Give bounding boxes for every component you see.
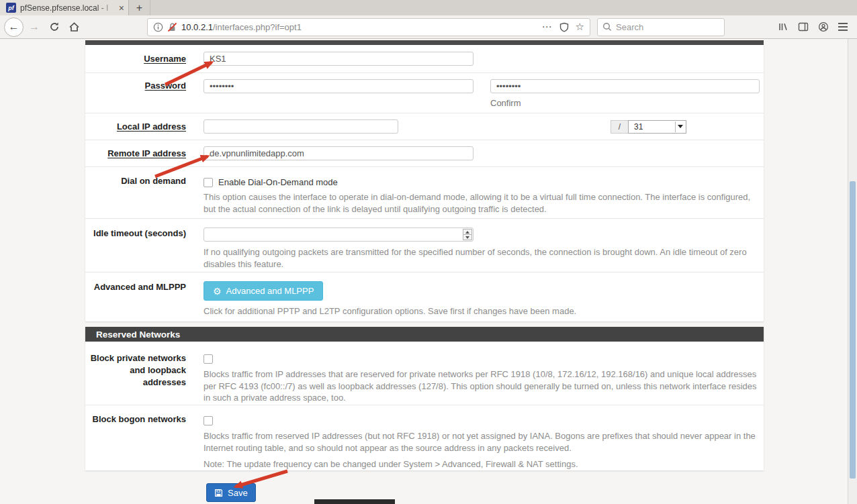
- search-bar[interactable]: [597, 18, 725, 36]
- block-bogon-label: Block bogon networks: [85, 405, 186, 470]
- browser-tab[interactable]: pf pfSense.pfsense.local - I ×: [0, 0, 129, 15]
- shield-icon[interactable]: [559, 22, 569, 32]
- dial-on-demand-label: Dial on demand: [85, 167, 186, 218]
- reserved-networks-panel: Block private networks and loopback addr…: [85, 342, 764, 470]
- form-row-local-ip: Local IP address / 31: [85, 113, 764, 140]
- url-path: /interfaces.php?if=opt1: [213, 22, 302, 32]
- advanced-mlppp-button[interactable]: ⚙ Advanced and MLPPP: [204, 281, 323, 301]
- previous-section-header-sliver: [85, 40, 764, 45]
- url-bar[interactable]: 10.0.2.1/interfaces.php?if=opt1 ⋯ ☆: [147, 18, 590, 36]
- url-host: 10.0.2.1: [181, 22, 213, 32]
- remote-ip-input[interactable]: [204, 146, 473, 160]
- reserved-networks-header: Reserved Networks: [85, 327, 764, 342]
- local-ip-label: Local IP address: [85, 121, 186, 132]
- dial-on-demand-checkbox-label: Enable Dial-On-Demand mode: [218, 177, 338, 187]
- block-bogon-help: Blocks traffic from reserved IP addresse…: [204, 430, 760, 454]
- page-info-icon[interactable]: [153, 22, 163, 32]
- idle-timeout-help: If no qualifying outgoing packets are tr…: [204, 246, 760, 270]
- spinner-down-icon[interactable]: [463, 235, 472, 240]
- form-row-advanced-mlppp: Advanced and MLPPP ⚙ Advanced and MLPPP …: [85, 272, 764, 321]
- subnet-separator: /: [611, 120, 628, 134]
- form-row-idle-timeout: Idle timeout (seconds) If no qualifying …: [85, 219, 764, 272]
- menu-icon[interactable]: [838, 23, 848, 31]
- form-row-block-bogon: Block bogon networks Blocks traffic from…: [85, 405, 764, 470]
- save-button[interactable]: Save: [206, 483, 256, 502]
- confirm-caption: Confirm: [490, 98, 760, 108]
- subnet-group: / 31: [611, 120, 686, 134]
- page-actions-icon[interactable]: ⋯: [542, 23, 553, 30]
- account-icon[interactable]: [818, 21, 829, 32]
- reload-icon: [49, 21, 60, 32]
- remote-ip-label: Remote IP address: [85, 148, 186, 158]
- ppp-settings-panel: Username Password Confirm: [85, 45, 764, 321]
- idle-timeout-label: Idle timeout (seconds): [85, 219, 186, 272]
- form-row-password: Password Confirm: [85, 73, 764, 113]
- dial-on-demand-help: This option causes the interface to oper…: [204, 191, 760, 215]
- username-input[interactable]: [204, 52, 473, 66]
- advanced-mlppp-label: Advanced and MLPPP: [85, 272, 186, 321]
- confirm-password-group: Confirm: [490, 79, 760, 108]
- reload-button[interactable]: [46, 19, 62, 35]
- bookmark-star-icon[interactable]: ☆: [576, 21, 584, 33]
- advanced-mlppp-button-label: Advanced and MLPPP: [226, 286, 314, 296]
- dial-on-demand-checkbox[interactable]: [204, 178, 213, 187]
- back-button[interactable]: ←: [4, 17, 24, 37]
- save-button-label: Save: [228, 488, 248, 498]
- form-row-username: Username: [85, 45, 764, 73]
- scrollbar-thumb[interactable]: [850, 181, 856, 478]
- form-row-remote-ip: Remote IP address: [85, 140, 764, 167]
- local-ip-input[interactable]: [204, 119, 398, 134]
- url-text: 10.0.2.1/interfaces.php?if=opt1: [181, 22, 542, 32]
- next-section-header-sliver: [314, 499, 395, 504]
- subnet-selected-value: 31: [634, 122, 643, 132]
- form-row-dial-on-demand: Dial on demand Enable Dial-On-Demand mod…: [85, 167, 764, 219]
- block-private-help: Blocks traffic from IP addresses that ar…: [204, 368, 760, 404]
- home-icon: [69, 21, 80, 32]
- block-private-checkbox[interactable]: [204, 354, 213, 364]
- save-floppy-icon: [214, 489, 223, 497]
- page-content: Username Password Confirm: [0, 39, 857, 504]
- tab-close-icon[interactable]: ×: [119, 3, 124, 13]
- form-row-block-private: Block private networks and loopback addr…: [85, 342, 764, 405]
- idle-timeout-input[interactable]: [204, 228, 473, 242]
- sidebar-icon[interactable]: [798, 22, 809, 32]
- chevron-down-icon: [675, 121, 685, 132]
- block-bogon-note: Note: The update frequency can be change…: [204, 458, 760, 470]
- browser-toolbar: ← → 10.0.2.1/interfaces.php?: [0, 15, 857, 39]
- block-private-label: Block private networks and loopback addr…: [85, 342, 186, 405]
- search-input[interactable]: [616, 22, 719, 32]
- scrollbar-track[interactable]: [848, 39, 857, 504]
- gear-icon: ⚙: [213, 287, 222, 296]
- subnet-select[interactable]: 31: [628, 120, 686, 134]
- spinner-up-icon[interactable]: [463, 229, 472, 235]
- block-bogon-checkbox[interactable]: [204, 416, 213, 425]
- library-icon[interactable]: [778, 21, 788, 32]
- confirm-password-input[interactable]: [490, 79, 760, 93]
- tab-title: pfSense.pfsense.local - I: [20, 3, 116, 13]
- search-icon: [602, 22, 612, 32]
- advanced-mlppp-help: Click for additional PPTP and L2TP confi…: [204, 305, 760, 317]
- username-label: Username: [85, 54, 186, 64]
- browser-tab-bar: pf pfSense.pfsense.local - I × +: [0, 0, 857, 15]
- password-input[interactable]: [204, 79, 473, 93]
- number-spinner[interactable]: [463, 229, 472, 240]
- password-label: Password: [85, 73, 186, 113]
- pfsense-favicon: pf: [6, 3, 16, 13]
- insecure-lock-icon[interactable]: [167, 22, 177, 32]
- new-tab-button[interactable]: +: [129, 0, 150, 15]
- forward-button[interactable]: →: [26, 19, 42, 35]
- home-button[interactable]: [66, 19, 82, 35]
